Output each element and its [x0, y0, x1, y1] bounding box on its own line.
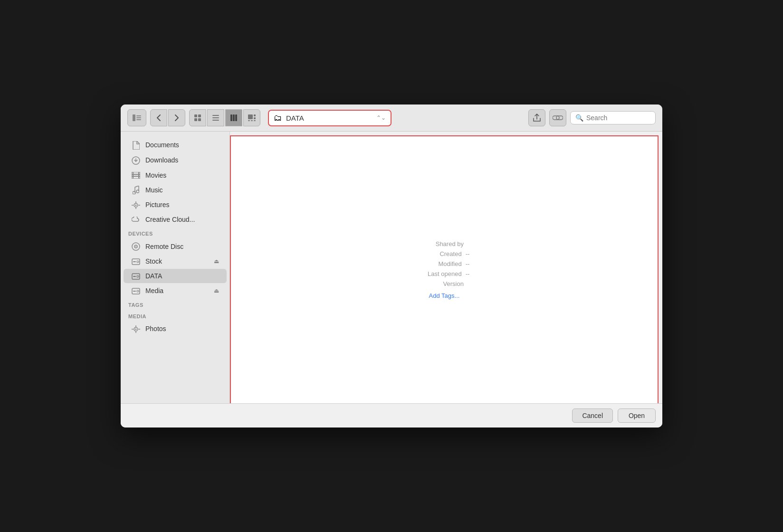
downloads-icon	[131, 156, 141, 165]
share-button[interactable]	[528, 109, 545, 126]
stock-hdd-icon	[131, 257, 141, 266]
last-opened-label: Last opened	[419, 270, 462, 277]
gallery-view-button[interactable]	[243, 109, 260, 126]
location-bar[interactable]: 🗂 DATA ⌃⌄	[268, 110, 392, 126]
music-icon	[131, 186, 141, 195]
modified-value: --	[466, 260, 470, 267]
chevron-icon: ⌃⌄	[376, 114, 386, 121]
open-button[interactable]: Open	[618, 408, 656, 423]
svg-rect-40	[133, 276, 136, 277]
data-hdd-icon	[131, 272, 141, 280]
svg-rect-43	[133, 291, 136, 292]
shared-by-label: Shared by	[421, 240, 464, 247]
sidebar-item-label: Pictures	[145, 201, 219, 209]
bottom-bar: Cancel Open	[121, 403, 662, 428]
svg-rect-3	[136, 119, 141, 120]
svg-rect-18	[251, 120, 253, 121]
svg-point-34	[135, 246, 136, 247]
svg-rect-13	[235, 114, 237, 121]
add-tags-link[interactable]: Add Tags...	[429, 292, 460, 299]
tags-section-label: Tags	[121, 298, 229, 310]
eject-media-icon[interactable]: ⏏	[214, 287, 219, 294]
sidebar-item-label: Stock	[145, 257, 209, 265]
svg-rect-37	[133, 261, 136, 262]
eject-stock-icon[interactable]: ⏏	[214, 258, 219, 265]
media-section-label: Media	[121, 310, 229, 321]
svg-rect-21	[556, 116, 563, 120]
sidebar-item-data[interactable]: DATA	[124, 269, 227, 283]
devices-section-label: Devices	[121, 227, 229, 238]
sidebar-item-media-device[interactable]: Media ⏏	[124, 284, 227, 298]
svg-rect-1	[136, 115, 141, 116]
column-view-button[interactable]	[225, 109, 242, 126]
search-input[interactable]	[586, 114, 650, 122]
svg-point-29	[136, 190, 139, 193]
pictures-icon	[131, 200, 141, 209]
sidebar-item-pictures[interactable]: Pictures	[124, 198, 227, 212]
svg-rect-0	[133, 114, 135, 121]
sidebar-item-photos[interactable]: Photos	[124, 322, 227, 336]
svg-rect-7	[198, 118, 201, 121]
file-content: Shared by Created -- Modified -- Last op…	[231, 136, 658, 403]
sidebar-item-label: Media	[145, 287, 209, 294]
version-label: Version	[421, 280, 464, 287]
icon-view-button[interactable]	[189, 109, 206, 126]
svg-point-31	[135, 205, 137, 206]
svg-rect-20	[553, 116, 559, 120]
svg-rect-5	[198, 114, 201, 117]
media-hdd-icon	[131, 286, 141, 295]
sidebar-item-downloads[interactable]: Downloads	[124, 153, 227, 168]
sidebar-item-label: Remote Disc	[145, 243, 219, 250]
shared-by-row: Shared by	[421, 240, 468, 247]
cancel-button[interactable]: Cancel	[572, 408, 613, 423]
svg-rect-10	[212, 120, 219, 121]
modified-label: Modified	[419, 260, 462, 267]
sidebar-toggle-button[interactable]	[127, 109, 146, 126]
main-area: Documents Downloads Movies Music	[121, 132, 662, 403]
sidebar-item-label: Creative Cloud...	[145, 216, 219, 223]
svg-point-39	[137, 276, 139, 277]
svg-rect-17	[248, 120, 250, 121]
svg-rect-26	[132, 174, 140, 175]
sidebar-item-stock[interactable]: Stock ⏏	[124, 254, 227, 268]
toolbar: 🗂 DATA ⌃⌄ 🔍	[121, 104, 662, 132]
sidebar-item-movies[interactable]: Movies	[124, 168, 227, 182]
location-label: DATA	[286, 114, 372, 122]
svg-rect-19	[254, 120, 256, 121]
svg-rect-4	[194, 114, 197, 117]
sidebar-item-label: Photos	[145, 325, 219, 332]
documents-icon	[131, 141, 141, 150]
sidebar-item-remote-disc[interactable]: Remote Disc	[124, 239, 227, 254]
sidebar-item-label: Downloads	[145, 156, 219, 164]
view-buttons	[189, 109, 260, 126]
svg-point-28	[133, 191, 135, 194]
movies-icon	[131, 171, 141, 180]
modified-row: Modified --	[419, 260, 470, 267]
sidebar-item-label: DATA	[145, 272, 219, 280]
list-view-button[interactable]	[207, 109, 224, 126]
svg-point-42	[137, 290, 139, 292]
svg-point-45	[135, 328, 137, 330]
svg-rect-8	[212, 115, 219, 116]
file-browser: Shared by Created -- Modified -- Last op…	[230, 135, 659, 403]
remote-disc-icon	[131, 242, 141, 251]
sidebar-item-label: Movies	[145, 171, 219, 179]
svg-rect-2	[136, 117, 141, 118]
svg-rect-27	[132, 176, 140, 177]
sidebar-item-label: Documents	[145, 141, 219, 149]
back-button[interactable]	[150, 109, 167, 126]
finder-open-dialog: 🗂 DATA ⌃⌄ 🔍	[121, 104, 662, 428]
svg-point-36	[137, 261, 139, 263]
sidebar-item-music[interactable]: Music	[124, 183, 227, 198]
forward-button[interactable]	[168, 109, 185, 126]
sidebar-item-creative-cloud[interactable]: Creative Cloud...	[124, 212, 227, 227]
tag-button[interactable]	[549, 109, 566, 126]
version-row: Version	[421, 280, 468, 287]
search-icon: 🔍	[575, 114, 583, 122]
sidebar-item-documents[interactable]: Documents	[124, 138, 227, 152]
folder-icon: 🗂	[274, 113, 282, 123]
last-opened-row: Last opened --	[419, 270, 470, 277]
search-box[interactable]: 🔍	[570, 111, 656, 124]
created-value: --	[466, 250, 470, 257]
created-label: Created	[419, 250, 462, 257]
